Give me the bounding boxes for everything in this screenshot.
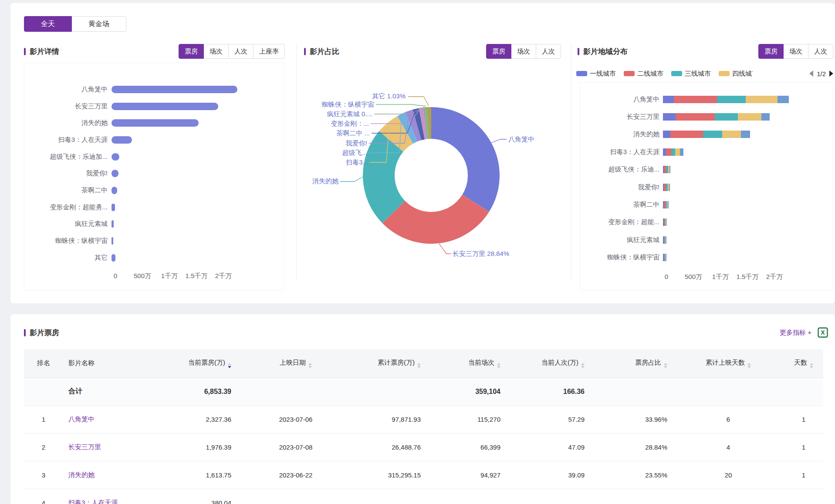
bar-track: [112, 119, 284, 127]
toggle-prime-time[interactable]: 黄金场: [71, 16, 126, 32]
cell-release_date: 2023-07-06: [237, 416, 355, 423]
bar[interactable]: [112, 254, 115, 262]
tab-boxoffice[interactable]: 票房: [486, 44, 511, 59]
more-metrics-link[interactable]: 更多指标 +: [780, 329, 811, 337]
stacked-bar-segment: [703, 131, 723, 138]
bar[interactable]: [112, 86, 237, 93]
bar[interactable]: [112, 103, 218, 110]
movie-link[interactable]: 消失的她: [68, 471, 95, 478]
tab-sessions[interactable]: 场次: [511, 44, 536, 59]
tab-admissions[interactable]: 人次: [536, 44, 561, 59]
tab-sessions[interactable]: 场次: [783, 44, 808, 59]
stacked-bar[interactable]: [663, 184, 833, 191]
sort-carets-icon[interactable]: [308, 363, 312, 368]
tab-sessions[interactable]: 场次: [203, 44, 229, 59]
column-header-days[interactable]: 天数: [784, 359, 823, 368]
sort-carets-icon[interactable]: [664, 363, 667, 368]
pie-callout-label: 疯狂元素城 0....: [327, 110, 372, 118]
stacked-bar-row: 扫毒3：人在天涯: [580, 143, 833, 161]
cell-release_date: 2023-07-08: [237, 444, 355, 451]
bar-track: [663, 131, 833, 138]
title-marker: [304, 48, 306, 55]
tab-admissions[interactable]: 人次: [808, 44, 833, 59]
movie-link[interactable]: 八角笼中: [68, 415, 95, 423]
stacked-bar[interactable]: [663, 254, 833, 261]
sort-carets-icon[interactable]: [228, 363, 231, 368]
bar-category-label: 茶啊二中: [580, 201, 663, 209]
sort-carets-icon[interactable]: [417, 363, 421, 368]
callout-line: [491, 139, 507, 143]
bar[interactable]: [112, 220, 114, 228]
legend-item-tier4[interactable]: 四线城市: [719, 70, 753, 78]
stacked-bar[interactable]: [663, 236, 833, 244]
bar[interactable]: [112, 237, 113, 245]
legend-item-tier2[interactable]: 二线城市: [624, 70, 663, 78]
tab-boxoffice[interactable]: 票房: [758, 44, 784, 59]
bar-chart-row: 我爱你!: [24, 165, 284, 182]
bar-category-label: 八角笼中: [24, 85, 112, 94]
sort-desc-icon: [308, 366, 312, 368]
sort-carets-icon[interactable]: [810, 363, 813, 368]
bar[interactable]: [112, 170, 118, 177]
column-header-admissions[interactable]: 当前人次(万): [506, 359, 590, 368]
column-header-label: 排名: [37, 359, 50, 366]
stacked-bar[interactable]: [663, 148, 833, 156]
tab-occupancy[interactable]: 上座率: [253, 44, 285, 59]
panel-divider: [571, 43, 571, 282]
tab-admissions[interactable]: 人次: [228, 44, 254, 59]
bar-track: [112, 254, 284, 262]
pie-callout-label: 消失的她: [312, 177, 339, 185]
bar[interactable]: [112, 187, 117, 194]
table-row: 3消失的她1,613.752023-06-22315,295.1594,9273…: [24, 461, 823, 489]
pie-slice[interactable]: [431, 107, 500, 212]
column-header-cume_days[interactable]: 累计上映天数: [673, 359, 784, 368]
legend-prev-icon[interactable]: [809, 71, 813, 77]
sort-asc-icon: [747, 363, 751, 365]
sort-carets-icon[interactable]: [497, 363, 500, 368]
bar-category-label: 消失的她: [580, 130, 663, 138]
movie-link[interactable]: 扫毒3：人在天涯: [68, 499, 118, 504]
charts-card: 全天 黄金场 影片详情 票房 场次 人次 上座率 影片占比 票房 场次 人次: [10, 3, 835, 303]
bar-category-label: 超级飞侠：乐迪...: [580, 165, 663, 174]
legend-next-icon[interactable]: [829, 71, 833, 77]
column-header-sessions[interactable]: 当前场次: [426, 359, 506, 368]
tab-boxoffice[interactable]: 票房: [179, 44, 204, 59]
sort-carets-icon[interactable]: [747, 363, 751, 368]
bar[interactable]: [112, 204, 115, 211]
bar[interactable]: [112, 119, 199, 127]
bar-chart-row: 变形金刚：超能勇...: [24, 199, 284, 216]
export-excel-icon[interactable]: X: [818, 327, 828, 338]
column-header-label: 上映日期: [280, 359, 306, 366]
column-header-share[interactable]: 票房占比: [590, 359, 673, 368]
column-header-current_box[interactable]: 当前票房(万): [155, 359, 237, 368]
stacked-bar[interactable]: [663, 166, 833, 173]
column-header-release_date[interactable]: 上映日期: [237, 359, 355, 368]
movie-link[interactable]: 长安三万里: [68, 443, 101, 450]
stacked-bar[interactable]: [663, 201, 833, 208]
pie-callout-label: 变形金刚：...: [331, 120, 369, 127]
legend-item-tier3[interactable]: 三线城市: [671, 70, 711, 78]
bar[interactable]: [112, 136, 132, 144]
stacked-bar[interactable]: [663, 96, 833, 103]
stacked-bar[interactable]: [663, 113, 833, 121]
column-header-label: 票房占比: [635, 359, 661, 366]
stacked-bar[interactable]: [663, 131, 833, 138]
stacked-bar-segment: [668, 201, 669, 208]
column-header-cume_box[interactable]: 累计票房(万): [355, 359, 426, 368]
bar[interactable]: [112, 153, 119, 161]
bar-track: [663, 184, 833, 191]
column-header-label: 当前票房(万): [188, 359, 225, 366]
cell-name: 八角笼中: [63, 415, 155, 423]
total-cell-sessions: 359,104: [426, 388, 506, 396]
legend-item-tier1[interactable]: 一线城市: [576, 70, 616, 78]
sort-asc-icon: [417, 363, 421, 365]
column-header-name: 影片名称: [63, 359, 155, 367]
stacked-bar[interactable]: [663, 218, 833, 226]
bar-track: [663, 236, 833, 244]
cell-days: 1: [784, 416, 823, 423]
toggle-all-day[interactable]: 全天: [24, 16, 72, 32]
pie-callout-label: 长安三万里 28.84%: [453, 250, 509, 257]
cell-cume_days: 20: [673, 471, 784, 479]
sort-carets-icon[interactable]: [581, 363, 585, 368]
stacked-bar-segment: [666, 148, 671, 156]
